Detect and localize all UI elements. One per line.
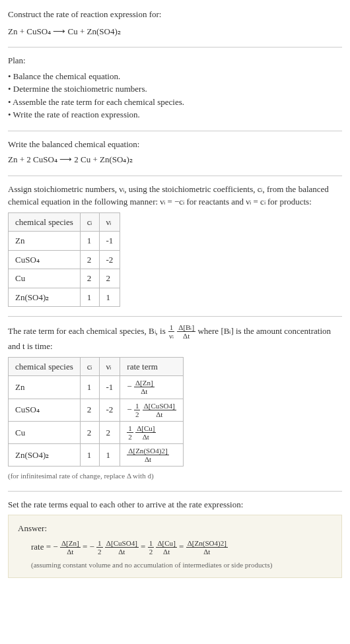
plan-item: Write the rate of reaction expression. — [8, 108, 342, 121]
divider — [8, 47, 342, 48]
fraction-num: Δ[CuSO4] — [105, 539, 139, 548]
fraction-num: 1 — [168, 323, 175, 332]
answer-expression: rate = − Δ[Zn] Δt = − 1 2 Δ[CuSO4] Δt = … — [31, 539, 332, 556]
fraction-den: 2 — [127, 433, 133, 441]
fraction-den: 2 — [96, 548, 103, 556]
fraction-num: Δ[Zn(SO4)2] — [127, 447, 168, 455]
table-cell: 1 — [80, 444, 99, 467]
table-cell: Zn(SO4)₂ — [9, 444, 81, 467]
answer-prefix: rate = − — [31, 542, 58, 552]
sign: − — [127, 381, 131, 391]
table-row: CuSO₄ 2 -2 — [9, 250, 120, 269]
table-cell: Zn(SO4)₂ — [9, 288, 81, 307]
fraction: Δ[Zn] Δt — [134, 379, 155, 395]
table-cell: 2 — [80, 421, 99, 443]
fraction-num: Δ[Zn] — [60, 539, 81, 548]
fraction: Δ[Zn(SO4)2] Δt — [186, 539, 228, 556]
balanced-label: Write the balanced chemical equation: — [8, 138, 342, 151]
sign: = − — [83, 542, 94, 552]
fraction-den: Δt — [141, 433, 151, 441]
table-cell: 1 — [80, 288, 99, 307]
table-cell-rate: Δ[Zn(SO4)2] Δt — [120, 444, 183, 467]
table-header-row: chemical species cᵢ νᵢ — [9, 212, 120, 232]
balanced-equation: Zn + 2 CuSO₄ ⟶ 2 Cu + Zn(SO₄)₂ — [8, 153, 342, 166]
table-cell: 1 — [80, 232, 99, 251]
divider — [8, 316, 342, 317]
plan-list: Balance the chemical equation. Determine… — [8, 70, 342, 121]
final-intro: Set the rate terms equal to each other t… — [8, 498, 342, 511]
table-cell: 2 — [99, 269, 120, 288]
table-cell: 2 — [80, 250, 99, 269]
table-cell-rate: 1 2 Δ[Cu] Δt — [120, 421, 183, 443]
table-header-row: chemical species cᵢ νᵢ rate term — [9, 357, 184, 376]
table-cell: Cu — [9, 269, 81, 288]
table-cell: 1 — [99, 444, 120, 467]
fraction-den: Δt — [182, 332, 191, 340]
fraction-num: Δ[CuSO4] — [143, 402, 176, 410]
fraction-num: 1 — [127, 424, 133, 433]
fraction-coef: 1 2 — [127, 424, 133, 441]
table-header: cᵢ — [80, 212, 99, 232]
fraction-den: Δt — [139, 387, 149, 395]
table-row: Cu 2 2 — [9, 269, 120, 288]
fraction-den: Δt — [65, 548, 75, 556]
table-cell: Cu — [9, 421, 81, 443]
fraction-dbi-dt: Δ[Bᵢ] Δt — [177, 323, 195, 340]
sign: = — [179, 542, 186, 552]
fraction: Δ[CuSO4] Δt — [105, 539, 139, 556]
table-row: CuSO₄ 2 -2 − 1 2 Δ[CuSO4] Δt — [9, 399, 184, 421]
fraction-den: Δt — [143, 455, 153, 463]
fraction-num: 1 — [96, 539, 103, 548]
plan-item: Assemble the rate term for each chemical… — [8, 96, 342, 109]
plan-item: Determine the stoichiometric numbers. — [8, 82, 342, 96]
fraction-coef: 1 2 — [134, 402, 141, 418]
rate-term-text-a: The rate term for each chemical species,… — [8, 326, 168, 336]
fraction: Δ[Cu] Δt — [135, 424, 156, 441]
table-cell: CuSO₄ — [9, 250, 81, 269]
plan-item: Balance the chemical equation. — [8, 70, 342, 83]
fraction-den: 2 — [148, 548, 155, 556]
table-cell: 2 — [80, 399, 99, 421]
table-cell: Zn — [9, 232, 81, 251]
rate-term-table: chemical species cᵢ νᵢ rate term Zn 1 -1… — [8, 357, 184, 467]
fraction-coef: 1 2 — [96, 539, 103, 556]
fraction-num: Δ[Cu] — [156, 539, 176, 548]
fraction-num: 1 — [148, 539, 155, 548]
fraction-den: Δt — [155, 410, 164, 418]
table-cell: -2 — [99, 399, 120, 421]
fraction-den: Δt — [117, 548, 126, 556]
fraction-num: Δ[Cu] — [135, 424, 156, 433]
table-header: chemical species — [9, 357, 81, 376]
table-cell: 2 — [99, 421, 120, 443]
fraction-den: 2 — [134, 410, 141, 418]
fraction-coef: 1 2 — [148, 539, 155, 556]
stoichiometry-table: chemical species cᵢ νᵢ Zn 1 -1 CuSO₄ 2 -… — [8, 212, 120, 307]
divider — [8, 131, 342, 131]
table-cell: -2 — [99, 250, 120, 269]
answer-note: (assuming constant volume and no accumul… — [31, 560, 332, 571]
divider — [8, 176, 342, 176]
table-row: Zn 1 -1 — [9, 232, 120, 251]
table-header: cᵢ — [80, 357, 99, 376]
fraction: Δ[Cu] Δt — [156, 539, 176, 556]
table-cell-rate: − 1 2 Δ[CuSO4] Δt — [120, 399, 183, 421]
infinitesimal-note: (for infinitesimal rate of change, repla… — [8, 470, 342, 482]
table-header: νᵢ — [99, 212, 120, 232]
fraction: Δ[Zn(SO4)2] Δt — [127, 447, 168, 463]
plan-label: Plan: — [8, 54, 342, 67]
table-header: chemical species — [9, 212, 81, 232]
table-row: Zn(SO4)₂ 1 1 Δ[Zn(SO4)2] Δt — [9, 444, 184, 467]
fraction-num: 1 — [134, 402, 141, 410]
fraction: Δ[Zn] Δt — [60, 539, 81, 556]
fraction-num: Δ[Zn(SO4)2] — [186, 539, 228, 548]
table-cell-rate: − Δ[Zn] Δt — [120, 376, 183, 399]
table-row: Zn(SO4)₂ 1 1 — [9, 288, 120, 307]
table-row: Zn 1 -1 − Δ[Zn] Δt — [9, 376, 184, 399]
fraction-den: Δt — [162, 548, 171, 556]
answer-box: Answer: rate = − Δ[Zn] Δt = − 1 2 Δ[CuSO… — [8, 515, 342, 577]
rate-term-text: The rate term for each chemical species,… — [8, 323, 342, 353]
table-header: rate term — [120, 357, 183, 376]
table-header: νᵢ — [99, 357, 120, 376]
table-cell: CuSO₄ — [9, 399, 81, 421]
divider — [8, 491, 342, 492]
